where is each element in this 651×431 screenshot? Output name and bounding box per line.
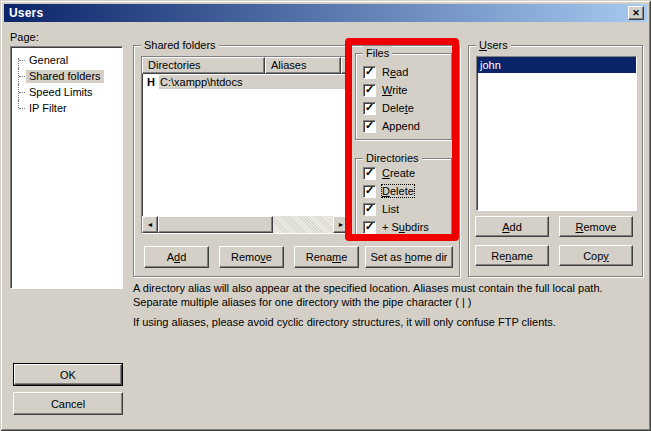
checkbox-delete-dirs[interactable]: ✓ Delete — [356, 182, 451, 200]
sidebar-item-ip-filter[interactable]: IP Filter — [11, 100, 122, 116]
scroll-right-button[interactable]: ► — [333, 216, 349, 233]
checkbox-delete-files-label: Delete — [382, 102, 414, 114]
checkbox-list[interactable]: ✓ List — [356, 200, 451, 218]
checkbox-read-label: Read — [382, 66, 408, 78]
tree-item-label-selected: Shared folders — [26, 70, 104, 83]
remove-user-button-label: Remove — [576, 221, 617, 233]
directory-path: C:\xampp\htdocs — [159, 75, 349, 89]
checkbox-subdirs[interactable]: ✓ + Subdirs — [356, 218, 451, 236]
alias-help-text: A directory alias will also appear at th… — [133, 281, 630, 309]
checkbox-checked-icon[interactable]: ✓ — [363, 84, 376, 97]
ok-button[interactable]: OK — [13, 363, 123, 386]
list-item-user-selected[interactable]: john — [477, 57, 636, 73]
check-icon: ✓ — [365, 66, 374, 77]
rename-user-button[interactable]: Rename — [475, 245, 549, 266]
rename-user-button-label: Rename — [491, 250, 533, 262]
rename-folder-button[interactable]: Rename — [294, 246, 359, 268]
checkbox-checked-icon[interactable]: ✓ — [363, 221, 376, 234]
column-header-filler — [341, 57, 350, 74]
page-tree[interactable]: General Shared folders Speed Limits IP F… — [10, 46, 123, 289]
horizontal-scrollbar[interactable]: ◄ ► — [142, 216, 349, 233]
check-icon: ✓ — [365, 203, 374, 214]
checkbox-subdirs-label: + Subdirs — [382, 221, 429, 233]
set-home-dir-button[interactable]: Set as home dir — [365, 246, 453, 268]
users-group: Users john Add Remove Rename Copy — [468, 45, 643, 277]
directories-group-title: Directories — [363, 151, 422, 165]
remove-folder-button[interactable]: Remove — [219, 246, 284, 268]
window-title: Users — [9, 6, 43, 20]
cancel-button-label: Cancel — [51, 398, 85, 410]
copy-user-button-label: Copy — [583, 250, 609, 262]
tree-connector-icon — [11, 100, 26, 116]
tree-connector-icon — [11, 84, 26, 100]
set-home-dir-button-label: Set as home dir — [370, 251, 447, 263]
checkbox-write[interactable]: ✓ Write — [356, 81, 451, 99]
tree-item-label: IP Filter — [26, 102, 70, 115]
cancel-button[interactable]: Cancel — [13, 392, 123, 415]
scroll-left-button[interactable]: ◄ — [142, 216, 158, 233]
tree-item-label: Speed Limits — [26, 86, 96, 99]
add-folder-button-label: Add — [167, 251, 187, 263]
checkbox-write-label: Write — [382, 84, 407, 96]
scroll-left-icon: ◄ — [147, 221, 154, 228]
checkbox-append[interactable]: ✓ Append — [356, 117, 451, 135]
sidebar-item-general[interactable]: General — [11, 52, 122, 68]
sidebar-item-shared-folders[interactable]: Shared folders — [11, 68, 122, 84]
add-user-button-label: Add — [502, 221, 522, 233]
users-list[interactable]: john — [476, 56, 637, 211]
add-user-button[interactable]: Add — [475, 216, 549, 237]
column-header-aliases[interactable]: Aliases — [265, 57, 341, 74]
sidebar-item-speed-limits[interactable]: Speed Limits — [11, 84, 122, 100]
directories-permissions-group: Directories ✓ Create ✓ Delete ✓ List ✓ +… — [355, 158, 452, 238]
remove-folder-button-label: Remove — [231, 251, 272, 263]
checkbox-create[interactable]: ✓ Create — [356, 164, 451, 182]
tree-item-label: General — [26, 54, 71, 67]
check-icon: ✓ — [365, 167, 374, 178]
checkbox-checked-icon[interactable]: ✓ — [363, 102, 376, 115]
checkbox-checked-icon[interactable]: ✓ — [363, 66, 376, 79]
check-icon: ✓ — [365, 84, 374, 95]
checkbox-checked-icon[interactable]: ✓ — [363, 185, 376, 198]
remove-user-button[interactable]: Remove — [559, 216, 633, 237]
checkbox-checked-icon[interactable]: ✓ — [363, 203, 376, 216]
scrollbar-track[interactable] — [273, 216, 333, 233]
ok-button-label: OK — [60, 369, 76, 381]
tree-connector-icon — [11, 52, 26, 68]
checkbox-delete-dirs-label: Delete — [382, 185, 414, 197]
titlebar[interactable]: Users ✕ — [4, 4, 647, 22]
check-icon: ✓ — [365, 221, 374, 232]
add-folder-button[interactable]: Add — [144, 246, 209, 268]
scroll-right-icon: ► — [338, 221, 345, 228]
users-dialog: Users ✕ Page: General Shared folders Spe… — [0, 0, 651, 431]
users-group-title: Users — [476, 38, 511, 52]
files-group-title: Files — [363, 46, 392, 60]
check-icon: ✓ — [365, 185, 374, 196]
tree-connector-icon — [11, 68, 26, 84]
list-header: Directories Aliases — [142, 57, 349, 74]
cyclic-warning-text: If using aliases, please avoid cyclic di… — [133, 315, 630, 329]
column-header-directories[interactable]: Directories — [142, 57, 265, 74]
checkbox-delete-files[interactable]: ✓ Delete — [356, 99, 451, 117]
checkbox-list-label: List — [382, 203, 399, 215]
page-label: Page: — [10, 31, 39, 43]
copy-user-button[interactable]: Copy — [559, 245, 633, 266]
checkbox-create-label: Create — [382, 167, 415, 179]
checkbox-checked-icon[interactable]: ✓ — [363, 120, 376, 133]
close-icon: ✕ — [632, 9, 640, 18]
checkbox-checked-icon[interactable]: ✓ — [363, 167, 376, 180]
directories-list[interactable]: Directories Aliases H C:\xampp\htdocs ◄ … — [141, 56, 350, 234]
scrollbar-thumb[interactable] — [158, 216, 273, 233]
check-icon: ✓ — [365, 102, 374, 113]
checkbox-read[interactable]: ✓ Read — [356, 63, 451, 81]
home-dir-marker: H — [142, 76, 159, 88]
shared-folders-group-title: Shared folders — [141, 38, 219, 52]
table-row[interactable]: H C:\xampp\htdocs — [142, 74, 349, 89]
rename-folder-button-label: Rename — [306, 251, 348, 263]
files-permissions-group: Files ✓ Read ✓ Write ✓ Delete ✓ Append — [355, 53, 452, 140]
checkbox-append-label: Append — [382, 120, 420, 132]
close-button[interactable]: ✕ — [628, 6, 644, 20]
check-icon: ✓ — [365, 120, 374, 131]
